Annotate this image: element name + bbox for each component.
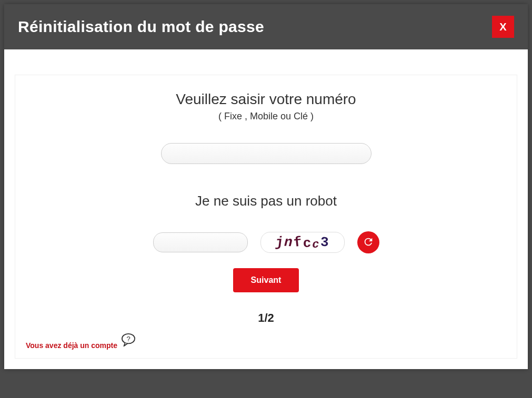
phone-number-input[interactable] (161, 143, 372, 164)
refresh-captcha-button[interactable] (357, 231, 379, 253)
refresh-icon (363, 236, 374, 249)
form-card: Veuillez saisir votre numéro ( Fixe , Mo… (15, 75, 517, 359)
step-indicator: 1/2 (31, 311, 501, 325)
modal-body: Veuillez saisir votre numéro ( Fixe , Mo… (4, 49, 528, 369)
modal-title: Réinitialisation du mot de passe (18, 18, 264, 36)
password-reset-modal: Réinitialisation du mot de passe X Veuil… (4, 4, 528, 369)
prompt-main: Veuillez saisir votre numéro (31, 91, 501, 108)
next-button[interactable]: Suivant (233, 268, 299, 292)
captcha-image: jnfcc3 (260, 232, 345, 253)
existing-account-row: Vous avez déjà un compte ? (26, 333, 136, 350)
existing-account-link[interactable]: Vous avez déjà un compte (26, 341, 117, 350)
help-icon[interactable]: ? (121, 333, 136, 346)
modal-header: Réinitialisation du mot de passe X (4, 4, 528, 49)
prompt-sub: ( Fixe , Mobile ou Clé ) (31, 111, 501, 122)
captcha-row: jnfcc3 (31, 231, 501, 253)
captcha-label: Je ne suis pas un robot (31, 193, 501, 209)
captcha-input[interactable] (153, 232, 248, 252)
svg-text:?: ? (126, 335, 130, 343)
close-button[interactable]: X (492, 16, 514, 38)
